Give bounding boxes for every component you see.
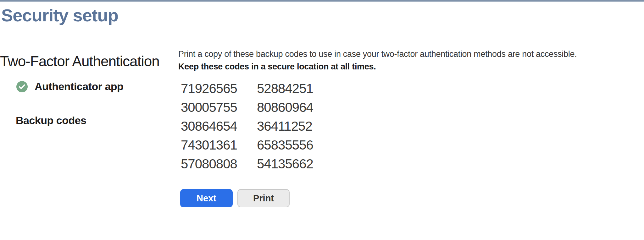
print-button[interactable]: Print <box>237 189 290 207</box>
sidebar-item-backup-codes[interactable]: Backup codes <box>16 114 86 127</box>
check-circle-icon <box>16 81 28 92</box>
next-button[interactable]: Next <box>180 189 233 207</box>
backup-code: 71926565 <box>181 81 257 96</box>
backup-code: 80860964 <box>257 100 313 115</box>
backup-code: 36411252 <box>257 119 313 134</box>
sidebar-item-authenticator-app[interactable]: Authenticator app <box>16 80 123 93</box>
backup-code: 57080808 <box>181 156 257 172</box>
instructions-line-2: Keep these codes in a secure location at… <box>178 60 593 73</box>
backup-code: 74301361 <box>181 138 257 153</box>
backup-code: 52884251 <box>257 81 313 96</box>
backup-code: 30864654 <box>181 119 257 134</box>
backup-code: 65835556 <box>257 138 313 153</box>
vertical-divider <box>167 46 167 208</box>
backup-codes-list: 71926565 52884251 30005755 80860964 3086… <box>181 79 313 173</box>
backup-codes-instructions: Print a copy of these backup codes to us… <box>178 48 593 73</box>
sidebar-item-label: Authenticator app <box>35 80 123 93</box>
instructions-line-1: Print a copy of these backup codes to us… <box>178 48 593 60</box>
backup-code: 30005755 <box>181 100 257 115</box>
action-buttons: Next Print <box>180 189 290 207</box>
top-accent-bar <box>0 0 644 2</box>
backup-code: 54135662 <box>257 156 313 172</box>
sidebar-item-label: Backup codes <box>16 114 86 126</box>
security-setup-page: Security setup Two-Factor Authentication… <box>0 0 644 240</box>
page-title: Security setup <box>1 5 118 25</box>
two-factor-section-heading: Two-Factor Authentication <box>0 53 159 70</box>
